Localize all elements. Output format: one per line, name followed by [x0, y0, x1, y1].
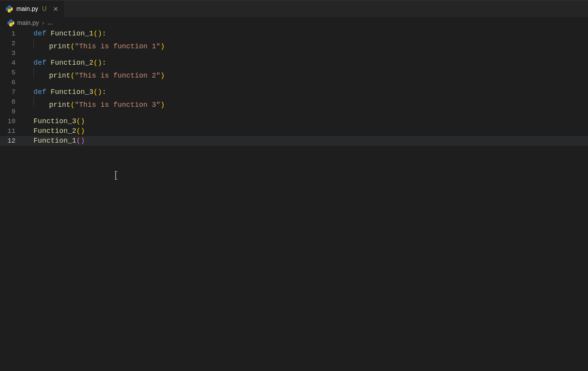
python-file-icon: [7, 19, 15, 27]
code-line[interactable]: 6: [0, 78, 588, 87]
code-line[interactable]: 1 def Function_1():: [0, 29, 588, 39]
line-number: 11: [0, 126, 26, 136]
line-number: 12: [0, 136, 26, 146]
code-line[interactable]: 3: [0, 48, 588, 58]
close-tab-button[interactable]: [52, 5, 59, 12]
code-line[interactable]: 5 print("This is function 2"): [0, 68, 588, 78]
line-number: 7: [0, 87, 26, 97]
line-number: 10: [0, 117, 26, 126]
tab-status-unsaved: U: [42, 5, 47, 12]
editor-area[interactable]: 1 def Function_1(): 2 print("This is fun…: [0, 29, 588, 371]
line-number: 6: [0, 78, 26, 87]
code-line[interactable]: 9: [0, 107, 588, 117]
line-number: 4: [0, 58, 26, 68]
line-number: 2: [0, 39, 26, 48]
line-number: 8: [0, 97, 26, 107]
tab-main-py[interactable]: main.py U: [0, 0, 64, 17]
chevron-right-icon: ›: [42, 19, 44, 26]
line-number: 5: [0, 68, 26, 78]
code-line[interactable]: 8 print("This is function 3"): [0, 97, 588, 107]
tab-bar: main.py U: [0, 0, 588, 17]
line-number: 3: [0, 48, 26, 58]
code-line-current[interactable]: 12 Function_1(): [0, 136, 588, 146]
close-icon: [53, 6, 58, 12]
breadcrumb-filename: main.py: [17, 19, 39, 26]
line-number: 9: [0, 107, 26, 117]
code-editor[interactable]: 1 def Function_1(): 2 print("This is fun…: [0, 29, 588, 146]
code-line[interactable]: 7 def Function_3():: [0, 87, 588, 97]
code-line[interactable]: 10 Function_3(): [0, 117, 588, 126]
python-file-icon: [5, 5, 13, 13]
line-number: 1: [0, 29, 26, 39]
code-line[interactable]: 4 def Function_2():: [0, 58, 588, 68]
tab-filename: main.py: [16, 5, 38, 12]
code-line[interactable]: 11 Function_2(): [0, 126, 588, 136]
breadcrumb[interactable]: main.py › ...: [0, 17, 588, 29]
code-line[interactable]: 2 print("This is function 1"): [0, 39, 588, 48]
text-cursor-icon: [115, 171, 116, 180]
